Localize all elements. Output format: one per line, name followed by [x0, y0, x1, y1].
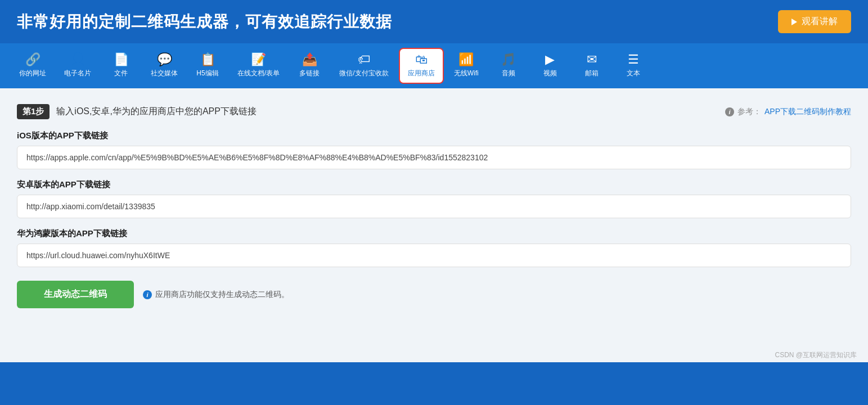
nav-item-wechat[interactable]: 🏷微信/支付宝收款	[331, 49, 396, 83]
social-icon: 💬	[157, 53, 172, 66]
file-icon: 📄	[114, 53, 129, 66]
ref-link[interactable]: APP下载二维码制作教程	[764, 107, 851, 117]
url-label: 你的网址	[19, 69, 46, 78]
doc-label: 在线文档/表单	[237, 69, 280, 78]
music-label: 音频	[502, 69, 515, 78]
social-label: 社交媒体	[151, 69, 178, 78]
nav-item-email[interactable]: ✉邮箱	[572, 49, 611, 83]
step-header: 第1步 输入iOS,安卓,华为的应用商店中您的APP下载链接 i 参考： APP…	[17, 104, 851, 119]
watch-button[interactable]: 观看讲解	[778, 10, 851, 33]
play-icon	[791, 19, 797, 25]
video-icon: ▶	[545, 53, 555, 66]
watermark: CSDN @互联网运营知识库	[0, 347, 868, 362]
h5-label: H5编辑	[196, 69, 218, 78]
nav-item-wifi[interactable]: 📶无线Wifi	[446, 49, 487, 83]
ios-input[interactable]	[17, 146, 851, 169]
h5-icon: 📋	[200, 53, 215, 66]
email-icon: ✉	[587, 53, 597, 66]
step-reference: i 参考： APP下载二维码制作教程	[725, 107, 851, 117]
nav-item-vcard[interactable]: 👤电子名片	[56, 49, 99, 83]
appstore-icon: 🛍	[415, 53, 428, 66]
nav-item-text[interactable]: ☰文本	[614, 49, 653, 83]
nav-item-doc[interactable]: 📝在线文档/表单	[230, 49, 287, 83]
nav-item-social[interactable]: 💬社交媒体	[143, 49, 186, 83]
android-label: 安卓版本的APP下载链接	[17, 179, 851, 190]
nav-item-url[interactable]: 🔗你的网址	[11, 49, 54, 83]
file-label: 文件	[114, 69, 128, 78]
step-header-left: 第1步 输入iOS,安卓,华为的应用商店中您的APP下载链接	[17, 104, 257, 119]
multilink-icon: 📤	[302, 53, 317, 66]
nav-item-music[interactable]: 🎵音频	[489, 49, 528, 83]
ref-label: 参考：	[737, 107, 761, 117]
appstore-label: 应用商店	[408, 69, 435, 78]
huawei-input[interactable]	[17, 244, 851, 267]
action-note: i 应用商店功能仅支持生成动态二维码。	[143, 290, 289, 300]
action-info-icon: i	[143, 290, 152, 299]
ios-section: iOS版本的APP下载链接	[17, 130, 851, 169]
video-label: 视频	[543, 69, 557, 78]
vcard-icon: 👤	[70, 53, 86, 66]
watch-btn-label: 观看讲解	[802, 16, 838, 28]
header-title: 非常好用的定制二维码生成器，可有效追踪行业数据	[17, 11, 392, 33]
huawei-label: 华为鸿蒙版本的APP下载链接	[17, 228, 851, 239]
wifi-label: 无线Wifi	[454, 69, 479, 78]
wechat-icon: 🏷	[358, 53, 370, 66]
action-note-text: 应用商店功能仅支持生成动态二维码。	[155, 290, 289, 300]
wifi-icon: 📶	[458, 53, 474, 66]
nav-item-video[interactable]: ▶视频	[530, 49, 570, 83]
huawei-section: 华为鸿蒙版本的APP下载链接	[17, 228, 851, 267]
nav-item-appstore[interactable]: 🛍应用商店	[399, 48, 444, 84]
info-icon: i	[725, 107, 734, 116]
ios-label: iOS版本的APP下载链接	[17, 130, 851, 141]
android-section: 安卓版本的APP下载链接	[17, 179, 851, 218]
step-badge: 第1步	[17, 104, 50, 119]
action-row: 生成动态二维码 i 应用商店功能仅支持生成动态二维码。	[17, 281, 851, 308]
generate-button[interactable]: 生成动态二维码	[17, 281, 134, 308]
nav-bar: 🔗你的网址👤电子名片📄文件💬社交媒体📋H5编辑📝在线文档/表单📤多链接🏷微信/支…	[0, 43, 868, 88]
nav-item-h5[interactable]: 📋H5编辑	[188, 49, 227, 83]
nav-item-file[interactable]: 📄文件	[101, 49, 141, 83]
url-icon: 🔗	[25, 53, 41, 66]
wechat-label: 微信/支付宝收款	[339, 69, 388, 78]
text-icon: ☰	[628, 53, 639, 66]
text-label: 文本	[627, 69, 640, 78]
nav-item-multilink[interactable]: 📤多链接	[290, 49, 329, 83]
step-description: 输入iOS,安卓,华为的应用商店中您的APP下载链接	[56, 106, 257, 118]
email-label: 邮箱	[585, 69, 599, 78]
header: 非常好用的定制二维码生成器，可有效追踪行业数据 观看讲解	[0, 0, 868, 43]
doc-icon: 📝	[251, 53, 266, 66]
main-content: 第1步 输入iOS,安卓,华为的应用商店中您的APP下载链接 i 参考： APP…	[0, 88, 868, 347]
vcard-label: 电子名片	[64, 69, 91, 78]
android-input[interactable]	[17, 195, 851, 218]
multilink-label: 多链接	[299, 69, 320, 78]
music-icon: 🎵	[501, 53, 516, 66]
